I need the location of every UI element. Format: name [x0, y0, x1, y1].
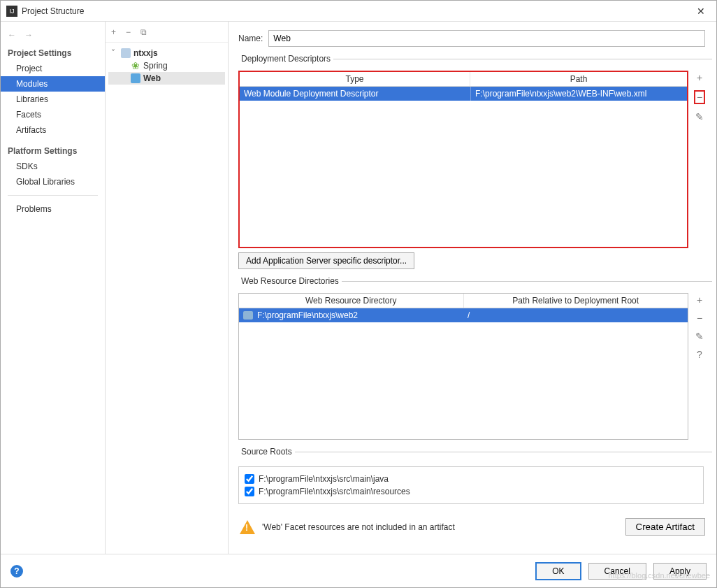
create-artifact-button[interactable]: Create Artifact: [625, 518, 705, 536]
sidebar-item-problems[interactable]: Problems: [1, 201, 105, 217]
tree-item-label: Web: [143, 73, 161, 83]
wr-row-dir: F:\programFile\ntxxjs\web2: [239, 308, 463, 322]
deployment-descriptors-fieldset: Deployment Descriptors Type Path Web Mod…: [238, 54, 712, 269]
sidebar-item-artifacts[interactable]: Artifacts: [1, 122, 105, 138]
add-module-icon[interactable]: +: [111, 27, 116, 37]
wr-edit-icon[interactable]: ✎: [695, 331, 704, 342]
settings-sidebar: ← → Project Settings Project Modules Lib…: [1, 22, 106, 554]
dd-legend: Deployment Descriptors: [238, 54, 333, 64]
project-settings-header: Project Settings: [1, 45, 105, 61]
spring-icon: ❀: [131, 61, 140, 71]
dd-header-type: Type: [240, 72, 470, 86]
sidebar-item-project[interactable]: Project: [1, 61, 105, 76]
dd-add-icon[interactable]: +: [697, 72, 702, 83]
wr-header-dir: Web Resource Directory: [239, 294, 464, 308]
tree-item-web[interactable]: Web: [108, 72, 225, 85]
platform-settings-header: Platform Settings: [1, 143, 105, 159]
sidebar-divider: [8, 195, 98, 196]
wr-add-icon[interactable]: +: [697, 294, 702, 306]
cancel-button[interactable]: Cancel: [588, 563, 646, 580]
copy-module-icon[interactable]: ⧉: [140, 27, 147, 37]
chevron-down-icon[interactable]: ˅: [111, 48, 118, 58]
tree-root[interactable]: ˅ ntxxjs: [108, 47, 225, 59]
apply-button[interactable]: Apply: [653, 563, 707, 580]
sidebar-item-modules[interactable]: Modules: [1, 76, 105, 92]
sidebar-item-libraries[interactable]: Libraries: [1, 92, 105, 107]
dd-edit-icon[interactable]: ✎: [695, 111, 704, 122]
module-tree-column: + − ⧉ ˅ ntxxjs ❀ Spring Web: [106, 22, 229, 554]
source-root-checkbox[interactable]: [245, 487, 254, 496]
tree-item-spring[interactable]: ❀ Spring: [108, 59, 225, 72]
dd-row-path: F:\programFile\ntxxjs\web2\WEB-INF\web.x…: [470, 87, 687, 101]
sidebar-item-sdks[interactable]: SDKs: [1, 159, 105, 174]
web-resource-table[interactable]: Web Resource Directory Path Relative to …: [238, 293, 688, 440]
wr-remove-icon[interactable]: −: [697, 313, 702, 324]
help-icon[interactable]: ?: [10, 565, 23, 578]
table-row[interactable]: F:\programFile\ntxxjs\web2 /: [239, 308, 688, 322]
back-icon[interactable]: ←: [8, 30, 16, 40]
web-icon: [131, 73, 140, 83]
wr-help-icon[interactable]: ?: [697, 349, 702, 360]
warning-icon: [240, 520, 255, 534]
web-resource-directories-fieldset: Web Resource Directories Web Resource Di…: [238, 276, 712, 440]
sr-legend: Source Roots: [238, 447, 295, 457]
deployment-descriptors-table[interactable]: Type Path Web Module Deployment Descript…: [238, 71, 688, 248]
sidebar-item-global-libraries[interactable]: Global Libraries: [1, 174, 105, 189]
wr-header-rel: Path Relative to Deployment Root: [464, 294, 688, 308]
app-icon: IJ: [6, 6, 17, 17]
source-root-path: F:\programFile\ntxxjs\src\main\java: [259, 474, 389, 484]
dd-row-type: Web Module Deployment Descriptor: [240, 87, 470, 101]
table-row[interactable]: Web Module Deployment Descriptor F:\prog…: [240, 87, 687, 101]
ok-button[interactable]: OK: [535, 562, 581, 580]
name-label: Name:: [238, 34, 263, 43]
tree-root-label: ntxxjs: [133, 48, 158, 58]
facet-name-input[interactable]: [268, 30, 705, 47]
source-root-path: F:\programFile\ntxxjs\src\main\resources: [259, 487, 410, 496]
wr-row-rel: /: [463, 308, 688, 322]
forward-icon[interactable]: →: [24, 30, 33, 40]
tree-item-label: Spring: [143, 61, 168, 71]
window-title: Project Structure: [22, 6, 691, 16]
add-app-server-descriptor-button[interactable]: Add Application Server specific descript…: [238, 252, 414, 269]
facet-detail-panel: Name: Deployment Descriptors Type Path W…: [229, 22, 716, 554]
sidebar-item-facets[interactable]: Facets: [1, 107, 105, 122]
wr-legend: Web Resource Directories: [238, 276, 342, 286]
titlebar: IJ Project Structure ✕: [1, 1, 716, 22]
source-root-item[interactable]: F:\programFile\ntxxjs\src\main\java: [245, 473, 697, 485]
dd-header-path: Path: [470, 72, 687, 86]
module-folder-icon: [121, 48, 131, 58]
warning-text: 'Web' Facet resources are not included i…: [262, 522, 455, 532]
source-roots-fieldset: Source Roots F:\programFile\ntxxjs\src\m…: [238, 447, 712, 504]
dd-remove-icon[interactable]: −: [694, 90, 705, 104]
remove-module-icon[interactable]: −: [126, 27, 131, 37]
source-root-item[interactable]: F:\programFile\ntxxjs\src\main\resources: [245, 485, 697, 498]
source-root-checkbox[interactable]: [245, 474, 254, 484]
folder-icon: [243, 311, 253, 320]
close-icon[interactable]: ✕: [691, 3, 711, 20]
